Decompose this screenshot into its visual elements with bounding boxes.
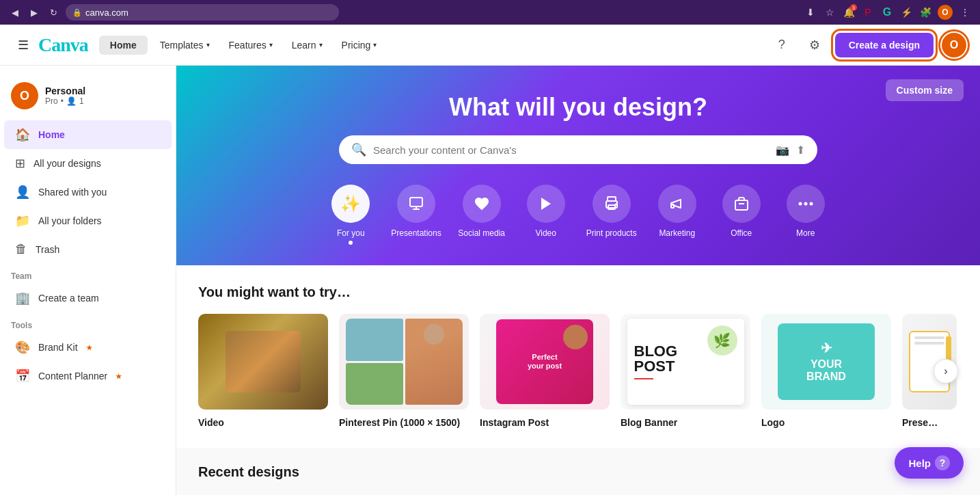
pinterest-card-label: Pinterest Pin (1000 × 1500) bbox=[339, 417, 460, 428]
hero-title: What will you design? bbox=[217, 93, 939, 122]
user-avatar-button[interactable]: O bbox=[942, 33, 966, 57]
browser-user-avatar[interactable]: O bbox=[938, 5, 953, 20]
content-planner-pro-badge: ★ bbox=[115, 373, 122, 380]
notification-icon[interactable]: 🔔 3 bbox=[842, 5, 856, 19]
try-section-title: You might want to try… bbox=[198, 284, 958, 300]
video-icon bbox=[527, 185, 565, 223]
brand-kit-pro-badge: ★ bbox=[86, 344, 92, 351]
sidebar-item-trash[interactable]: 🗑 Trash bbox=[4, 235, 172, 263]
camera-icon[interactable]: 📷 bbox=[776, 144, 789, 157]
category-office[interactable]: Office bbox=[718, 185, 765, 245]
print-products-icon bbox=[593, 185, 631, 223]
active-indicator bbox=[349, 241, 353, 245]
try-section: You might want to try… Video bbox=[176, 265, 980, 448]
url-text: canva.com bbox=[85, 8, 128, 18]
pricing-nav-link[interactable]: Pricing ▾ bbox=[335, 36, 384, 55]
create-design-button[interactable]: Create a design bbox=[835, 33, 934, 57]
sidebar-item-all-designs[interactable]: ⊞ All your designs bbox=[4, 149, 172, 178]
back-button[interactable]: ◀ bbox=[8, 5, 22, 19]
category-social-media[interactable]: Social media bbox=[458, 185, 506, 245]
sidebar-content-planner-label: Content Planner bbox=[38, 371, 107, 382]
svg-point-11 bbox=[809, 202, 813, 206]
presentations-icon bbox=[397, 185, 435, 223]
home-nav-button[interactable]: Home bbox=[99, 36, 148, 55]
more-options-icon[interactable]: ⋮ bbox=[958, 5, 972, 19]
upload-icon[interactable]: ⬆ bbox=[796, 144, 805, 157]
sidebar-item-shared[interactable]: 👤 Shared with you bbox=[4, 178, 172, 206]
design-card-blog[interactable]: BLOGPOST 🌿 Blog Banner bbox=[621, 314, 750, 429]
sidebar-trash-label: Trash bbox=[36, 244, 59, 255]
person-icon: 👤 bbox=[66, 96, 77, 106]
search-input[interactable] bbox=[373, 144, 769, 156]
main-layout: O Personal Pro • 👤 1 🏠 Home ⊞ All your d… bbox=[0, 66, 980, 495]
try-cards-wrapper: Video bbox=[198, 314, 958, 429]
forward-button[interactable]: ▶ bbox=[27, 5, 41, 19]
canva-logo[interactable]: Canva bbox=[38, 34, 88, 56]
browser-chrome: ◀ ▶ ↻ 🔒 canva.com ⬇ ☆ 🔔 3 P G ⚡ 🧩 O ⋮ bbox=[0, 0, 980, 25]
sidebar-item-folders[interactable]: 📁 All your folders bbox=[4, 206, 172, 235]
category-presentations[interactable]: Presentations bbox=[391, 185, 441, 245]
custom-size-button[interactable]: Custom size bbox=[886, 79, 964, 101]
puzzle-icon[interactable]: 🧩 bbox=[918, 5, 932, 19]
star-icon[interactable]: ☆ bbox=[823, 5, 836, 19]
instagram-card-inner: Perfectyour post bbox=[496, 319, 594, 403]
category-marketing[interactable]: Marketing bbox=[653, 185, 701, 245]
category-for-you-label: For you bbox=[337, 228, 365, 238]
blog-text: BLOGPOST bbox=[634, 325, 703, 398]
help-label: Help bbox=[908, 457, 931, 469]
portrait-face bbox=[424, 324, 444, 345]
pinterest-icon[interactable]: P bbox=[861, 5, 875, 19]
download-icon[interactable]: ⬇ bbox=[804, 5, 817, 19]
settings-icon-button[interactable]: ⚙ bbox=[802, 33, 827, 57]
collage-top-left bbox=[346, 319, 403, 361]
design-card-video[interactable]: Video bbox=[198, 314, 328, 429]
design-card-pinterest[interactable]: Pinterest Pin (1000 × 1500) bbox=[339, 314, 469, 429]
learn-nav-link[interactable]: Learn ▾ bbox=[285, 36, 329, 55]
sidebar-item-content-planner[interactable]: 📅 Content Planner ★ bbox=[4, 362, 172, 390]
more-icon bbox=[787, 185, 825, 223]
extension-icon[interactable]: ⚡ bbox=[899, 5, 913, 19]
templates-chevron-icon: ▾ bbox=[206, 41, 210, 49]
features-nav-link[interactable]: Features ▾ bbox=[222, 36, 280, 55]
templates-nav-link[interactable]: Templates ▾ bbox=[153, 36, 217, 55]
design-card-instagram[interactable]: Perfectyour post Instagram Post bbox=[480, 314, 610, 429]
main-content: Custom size What will you design? 🔍 📷 ⬆ … bbox=[176, 66, 980, 495]
pinterest-collage bbox=[346, 319, 463, 405]
presentation-card-label: Prese… bbox=[902, 417, 938, 428]
design-card-logo[interactable]: ✈ YOURBRAND Logo bbox=[761, 314, 891, 429]
sidebar-create-team-label: Create a team bbox=[38, 293, 99, 304]
hamburger-menu[interactable]: ☰ bbox=[14, 34, 33, 57]
video-card-label: Video bbox=[198, 417, 224, 428]
blog-post-text: BLOGPOST bbox=[634, 344, 703, 374]
url-bar[interactable]: 🔒 canva.com bbox=[66, 4, 339, 21]
help-button[interactable]: Help ? bbox=[895, 447, 964, 479]
sidebar-brand-kit-label: Brand Kit bbox=[38, 342, 78, 353]
refresh-button[interactable]: ↻ bbox=[46, 5, 60, 19]
grammarly-icon[interactable]: G bbox=[880, 5, 894, 19]
features-chevron-icon: ▾ bbox=[269, 41, 273, 49]
category-for-you[interactable]: ✨ For you bbox=[327, 185, 375, 245]
sidebar-user-avatar[interactable]: O bbox=[11, 82, 38, 109]
logo-thumbnail-bg: ✈ YOURBRAND bbox=[761, 314, 891, 410]
category-more[interactable]: More bbox=[782, 185, 830, 245]
sidebar-item-create-team[interactable]: 🏢 Create a team bbox=[4, 284, 172, 312]
pres-line2 bbox=[914, 342, 944, 345]
collage-bottom-left bbox=[346, 363, 403, 405]
features-label: Features bbox=[229, 40, 267, 51]
video-thumb bbox=[198, 314, 328, 410]
top-navbar: ☰ Canva Home Templates ▾ Features ▾ Lear… bbox=[0, 25, 980, 66]
instagram-thumb: Perfectyour post bbox=[480, 314, 610, 410]
category-video[interactable]: Video bbox=[522, 185, 570, 245]
category-print-products[interactable]: Print products bbox=[586, 185, 637, 245]
sidebar-item-brand-kit[interactable]: 🎨 Brand Kit ★ bbox=[4, 333, 172, 362]
svg-rect-6 bbox=[671, 204, 674, 208]
shared-icon: 👤 bbox=[15, 185, 30, 200]
help-icon-button[interactable]: ? bbox=[770, 33, 794, 57]
recent-designs-title: Recent designs bbox=[198, 464, 958, 480]
sidebar: O Personal Pro • 👤 1 🏠 Home ⊞ All your d… bbox=[0, 66, 176, 495]
sidebar-item-home[interactable]: 🏠 Home bbox=[4, 120, 172, 149]
categories-row: ✨ For you Presentations Social media bbox=[217, 185, 939, 245]
create-team-icon: 🏢 bbox=[15, 291, 30, 306]
cards-next-arrow[interactable]: › bbox=[934, 359, 958, 384]
category-presentations-label: Presentations bbox=[391, 228, 441, 238]
